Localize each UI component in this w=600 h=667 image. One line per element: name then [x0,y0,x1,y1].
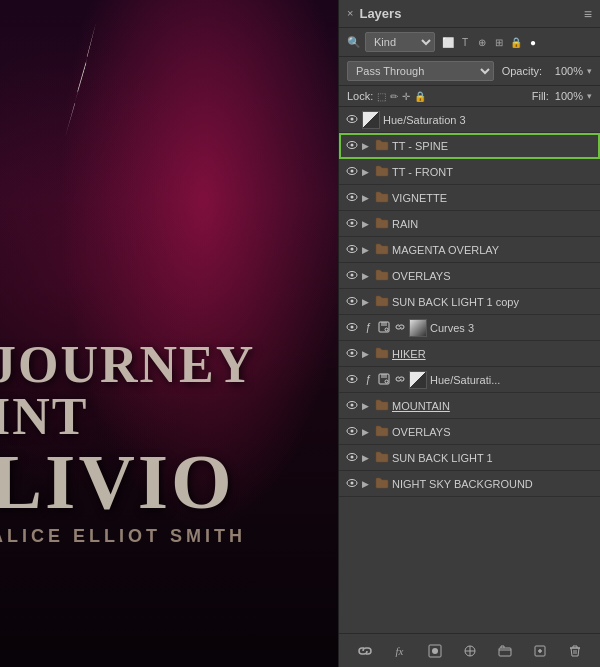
svg-point-20 [385,328,388,331]
svg-point-37 [432,648,438,654]
lock-label: Lock: [347,90,373,102]
layer-name-label: NIGHT SKY BACKGROUND [392,478,594,490]
layer-visibility-toggle[interactable] [345,478,359,490]
svg-point-35 [351,481,354,484]
layer-visibility-toggle[interactable] [345,400,359,412]
layer-item[interactable]: ▶TT - SPINE [339,133,600,159]
layer-item[interactable]: ▶NIGHT SKY BACKGROUND [339,471,600,497]
layer-name-label: Curves 3 [430,322,594,334]
opacity-chevron-icon: ▾ [587,66,592,76]
layer-item[interactable]: ▶MAGENTA OVERLAY [339,237,600,263]
panel-close-button[interactable]: × [347,8,353,19]
delete-layer-button[interactable] [564,640,586,662]
smart-filter-icon[interactable]: 🔒 [509,35,523,49]
layer-expand-arrow[interactable]: ▶ [362,453,372,463]
layer-link-icon [394,374,406,386]
layer-folder-icon [375,399,389,413]
kind-select[interactable]: Kind [365,32,435,52]
layer-item[interactable]: ƒCurves 3 [339,315,600,341]
layer-expand-arrow[interactable]: ▶ [362,245,372,255]
layer-expand-arrow[interactable]: ▶ [362,271,372,281]
background-canvas: JOURNEY INT LIVIO ALICE ELLIOT SMITH [0,0,340,667]
layer-expand-arrow[interactable]: ▶ [362,297,372,307]
layer-folder-icon [375,347,389,361]
layer-visibility-toggle[interactable] [345,452,359,464]
layer-folder-icon [375,243,389,257]
layer-expand-arrow[interactable]: ▶ [362,167,372,177]
svg-point-13 [351,273,354,276]
new-layer-button[interactable] [529,640,551,662]
svg-point-1 [351,117,354,120]
layer-expand-arrow[interactable]: ▶ [362,427,372,437]
layer-name-label: Hue/Saturation 3 [383,114,594,126]
layer-disk-icon [377,321,391,335]
layer-item[interactable]: ƒHue/Saturati... [339,367,600,393]
layer-item[interactable]: ▶MOUNTAIN [339,393,600,419]
layer-visibility-toggle[interactable] [345,140,359,152]
layer-item[interactable]: ▶SUN BACK LIGHT 1 copy [339,289,600,315]
layer-item[interactable]: ▶OVERLAYS [339,263,600,289]
layer-expand-arrow[interactable]: ▶ [362,141,372,151]
lock-position-icon[interactable]: ✛ [402,91,410,102]
layer-visibility-toggle[interactable] [345,192,359,204]
layer-item[interactable]: Hue/Saturation 3 [339,107,600,133]
layer-name-label: OVERLAYS [392,426,594,438]
layer-folder-icon [375,217,389,231]
layer-visibility-toggle[interactable] [345,166,359,178]
panel-footer: fx [339,633,600,667]
layer-visibility-toggle[interactable] [345,244,359,256]
layer-expand-arrow[interactable]: ▶ [362,349,372,359]
layer-item[interactable]: ▶TT - FRONT [339,159,600,185]
layer-expand-arrow[interactable]: ▶ [362,401,372,411]
layer-visibility-toggle[interactable] [345,296,359,308]
layer-visibility-toggle[interactable] [345,218,359,230]
layer-visibility-toggle[interactable] [345,348,359,360]
adjustment-filter-icon[interactable]: T [458,35,472,49]
layer-expand-arrow[interactable]: ▶ [362,219,372,229]
blend-row: Pass Through Opacity: 100% ▾ [339,57,600,86]
layer-folder-icon [375,269,389,283]
shape-filter-icon[interactable]: ⊞ [492,35,506,49]
layer-name-label: TT - SPINE [392,140,594,152]
layer-item[interactable]: ▶VIGNETTE [339,185,600,211]
layer-folder-icon [375,139,389,153]
fill-value[interactable]: 100% [555,90,583,102]
lock-row: Lock: ⬚ ✏ ✛ 🔒 Fill: 100% ▾ [339,86,600,107]
visible-filter-icon[interactable]: ● [526,35,540,49]
layer-visibility-toggle[interactable] [345,322,359,334]
add-adjustment-button[interactable] [459,640,481,662]
layer-name-label: MAGENTA OVERLAY [392,244,594,256]
svg-point-24 [351,377,354,380]
layer-expand-arrow[interactable]: ▶ [362,193,372,203]
add-mask-button[interactable] [424,640,446,662]
lock-icons: ⬚ ✏ ✛ 🔒 [377,91,527,102]
lock-all-icon[interactable]: 🔒 [414,91,426,102]
layer-item[interactable]: ▶RAIN [339,211,600,237]
layer-item[interactable]: ▶HIKER [339,341,600,367]
fill-chevron-icon: ▾ [587,91,592,101]
layer-folder-icon [375,425,389,439]
panel-menu-button[interactable]: ≡ [584,6,592,22]
layers-list: Hue/Saturation 3▶TT - SPINE▶TT - FRONT▶V… [339,107,600,633]
layer-item[interactable]: ▶OVERLAYS [339,419,600,445]
opacity-value[interactable]: 100% [548,65,583,77]
pixel-filter-icon[interactable]: ⬜ [441,35,455,49]
blend-mode-select[interactable]: Pass Through [347,61,494,81]
fx-button[interactable]: fx [389,640,411,662]
layer-expand-arrow[interactable]: ▶ [362,479,372,489]
kind-filter-icons: ⬜ T ⊕ ⊞ 🔒 ● [441,35,540,49]
lock-transparent-icon[interactable]: ⬚ [377,91,386,102]
lock-image-icon[interactable]: ✏ [390,91,398,102]
layer-item[interactable]: ▶SUN BACK LIGHT 1 [339,445,600,471]
link-layers-button[interactable] [354,640,376,662]
layer-name-label: OVERLAYS [392,270,594,282]
book-title-overlay: JOURNEY INT LIVIO ALICE ELLIOT SMITH [0,339,340,547]
layer-visibility-toggle[interactable] [345,374,359,386]
type-filter-icon[interactable]: ⊕ [475,35,489,49]
layer-folder-icon [375,477,389,491]
fill-label: Fill: [532,90,549,102]
layer-visibility-toggle[interactable] [345,270,359,282]
new-group-button[interactable] [494,640,516,662]
layer-visibility-toggle[interactable] [345,114,359,126]
layer-visibility-toggle[interactable] [345,426,359,438]
